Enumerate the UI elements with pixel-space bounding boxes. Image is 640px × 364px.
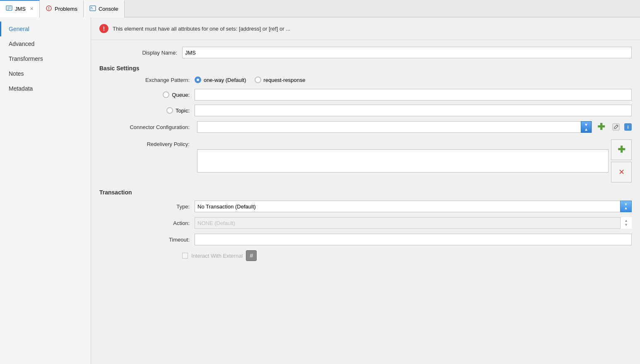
topic-label: Topic: <box>176 108 190 114</box>
edit-connector-button[interactable] <box>610 121 622 133</box>
action-select[interactable]: NONE (Default) <box>195 217 632 229</box>
sidebar-item-notes[interactable]: Notes <box>0 66 91 81</box>
type-label: Type: <box>112 204 195 210</box>
queue-row: Queue: <box>112 89 632 101</box>
radio-request-response[interactable]: request-response <box>255 77 306 83</box>
add-connector-icon: ✚ <box>597 122 605 132</box>
redelivery-policy-field[interactable] <box>197 149 609 172</box>
jms-tab-close[interactable]: ✕ <box>30 6 34 12</box>
redelivery-policy-label: Redelivery Policy: <box>112 139 195 147</box>
tab-problems[interactable]: Problems <box>40 0 84 17</box>
transaction-title: Transaction <box>99 189 632 196</box>
svg-point-6 <box>48 9 49 10</box>
error-banner: ! This element must have all attributes … <box>91 17 640 40</box>
jms-tab-icon <box>6 5 12 13</box>
console-tab-icon <box>89 5 96 13</box>
redelivery-policy-row: Redelivery Policy: ✚ ✕ <box>112 139 632 182</box>
topic-input[interactable] <box>195 105 632 116</box>
add-redelivery-icon: ✚ <box>618 144 625 155</box>
add-connector-button[interactable]: ✚ <box>594 120 608 134</box>
queue-label: Queue: <box>172 92 190 98</box>
queue-label-area: Queue: <box>112 91 195 98</box>
display-name-row: Display Name: <box>99 47 632 58</box>
connector-config-dropdown-btn[interactable]: ▼▲ <box>581 121 592 133</box>
svg-rect-7 <box>90 6 96 11</box>
sidebar-item-metadata[interactable]: Metadata <box>0 81 91 96</box>
radio-request-response-label: request-response <box>264 77 306 83</box>
problems-tab-icon <box>46 5 52 13</box>
console-tab-label: Console <box>99 6 118 12</box>
queue-input[interactable] <box>195 89 632 101</box>
type-select-wrapper: No Transaction (Default) ▼▲ <box>195 201 632 212</box>
interact-external-checkbox[interactable] <box>182 253 188 259</box>
radio-request-response-circle <box>255 77 261 83</box>
connector-config-row: Connector Configuration: ▼▲ ✚ <box>112 120 632 134</box>
error-icon: ! <box>99 24 108 33</box>
add-redelivery-button[interactable]: ✚ <box>611 139 632 160</box>
tab-jms[interactable]: JMS ✕ <box>0 0 40 17</box>
interact-external-row: Interact With External # <box>112 250 632 261</box>
redelivery-buttons: ✚ ✕ <box>611 139 632 182</box>
exchange-options: one-way (Default) request-response <box>195 77 306 83</box>
action-row: Action: NONE (Default) ▲ ▼ <box>112 217 632 229</box>
timeout-row: Timeout: <box>112 234 632 245</box>
problems-tab-label: Problems <box>55 6 77 12</box>
exchange-pattern-row: Exchange Pattern: one-way (Default) requ… <box>112 77 632 83</box>
basic-settings-section: Exchange Pattern: one-way (Default) requ… <box>99 77 632 182</box>
form-content: Display Name: Basic Settings Exchange Pa… <box>91 40 640 268</box>
radio-one-way[interactable]: one-way (Default) <box>195 77 246 83</box>
display-name-label: Display Name: <box>99 50 182 56</box>
edit-connector-icon <box>612 123 620 131</box>
topic-label-area: Topic: <box>112 107 195 114</box>
sidebar-item-transformers[interactable]: Transformers <box>0 51 91 66</box>
transaction-form: Type: No Transaction (Default) ▼▲ Ac <box>99 201 632 261</box>
tab-console[interactable]: Console <box>84 0 125 17</box>
timeout-input[interactable] <box>195 234 632 245</box>
display-name-input[interactable] <box>182 47 632 58</box>
exchange-pattern-label: Exchange Pattern: <box>112 77 195 83</box>
radio-one-way-circle <box>195 77 201 83</box>
tab-bar: JMS ✕ Problems Console <box>0 0 640 17</box>
jms-tab-label: JMS <box>15 6 26 12</box>
svg-rect-10 <box>613 124 619 130</box>
remove-redelivery-icon: ✕ <box>618 168 625 177</box>
dropdown-arrow-icon: ▼▲ <box>584 122 588 132</box>
topic-radio[interactable] <box>166 107 173 114</box>
type-row: Type: No Transaction (Default) ▼▲ <box>112 201 632 212</box>
connector-config-label: Connector Configuration: <box>112 124 195 130</box>
content-area: ! This element must have all attributes … <box>91 17 640 364</box>
action-label: Action: <box>112 220 195 226</box>
type-select[interactable]: No Transaction (Default) <box>195 201 632 212</box>
radio-one-way-label: one-way (Default) <box>204 77 246 83</box>
queue-radio[interactable] <box>163 91 169 98</box>
error-message: This element must have all attributes fo… <box>113 26 290 32</box>
main-layout: General Advanced Transformers Notes Meta… <box>0 17 640 364</box>
remove-redelivery-button[interactable]: ✕ <box>611 162 632 182</box>
basic-settings-title: Basic Settings <box>99 65 632 72</box>
sidebar-item-general[interactable]: General <box>0 22 91 36</box>
sidebar: General Advanced Transformers Notes Meta… <box>0 17 91 364</box>
sidebar-item-advanced[interactable]: Advanced <box>0 36 91 51</box>
action-select-wrapper: NONE (Default) ▲ ▼ <box>195 217 632 229</box>
transaction-section: Transaction Type: No Transaction (Defaul… <box>99 189 632 261</box>
topic-row: Topic: <box>112 105 632 116</box>
info-button[interactable]: i <box>624 123 632 131</box>
timeout-label: Timeout: <box>112 237 195 243</box>
interact-external-label: Interact With External <box>191 253 243 259</box>
hash-button[interactable]: # <box>246 250 257 261</box>
